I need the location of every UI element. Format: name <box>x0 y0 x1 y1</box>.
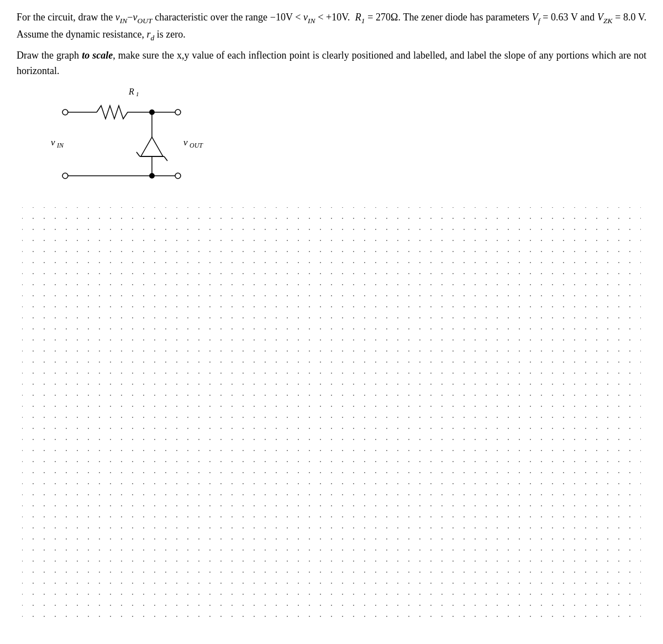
circuit-svg: R 1 <box>50 85 227 201</box>
vzk-sub: ZK <box>603 17 613 25</box>
zener-tick-left <box>136 152 140 156</box>
resistor-symbol <box>97 106 152 119</box>
paragraph-1: For the circuit, draw the vIN−vOUT chara… <box>17 10 646 44</box>
terminal-left-bottom <box>62 173 68 179</box>
to-scale-text: to scale <box>82 50 113 61</box>
problem-text: For the circuit, draw the vIN−vOUT chara… <box>17 10 646 79</box>
vin-text: v <box>115 12 120 23</box>
zener-tick-right <box>164 156 167 161</box>
page: For the circuit, draw the vIN−vOUT chara… <box>0 0 663 627</box>
r1-label-sub: 1 <box>136 91 139 97</box>
vout-sub: OUT <box>137 17 152 25</box>
r1-text: R <box>355 12 361 23</box>
circuit-diagram: R 1 <box>50 85 227 201</box>
terminal-right-bottom <box>175 173 181 179</box>
r1-sub: 1 <box>361 17 365 25</box>
vin-circuit-label: v <box>51 137 55 148</box>
vin-circuit-sub: IN <box>56 142 64 149</box>
vin2-sub: IN <box>308 17 315 25</box>
terminal-right-top <box>175 109 181 115</box>
paragraph-2: Draw the graph to scale, make sure the x… <box>17 48 646 79</box>
vin2-text: v <box>303 12 308 23</box>
vout-circuit-label: v <box>183 137 188 148</box>
r1-label: R <box>128 87 134 96</box>
vf-sub: f <box>538 17 540 25</box>
rd-sub: d <box>150 33 154 41</box>
vin-sub: IN <box>120 17 128 25</box>
vf-text: V <box>532 12 538 23</box>
terminal-left-top <box>62 109 68 115</box>
vzk-text: V <box>597 12 603 23</box>
diode-triangle <box>141 137 163 156</box>
dotted-grid <box>22 207 641 622</box>
vout-circuit-sub: OUT <box>190 142 203 149</box>
